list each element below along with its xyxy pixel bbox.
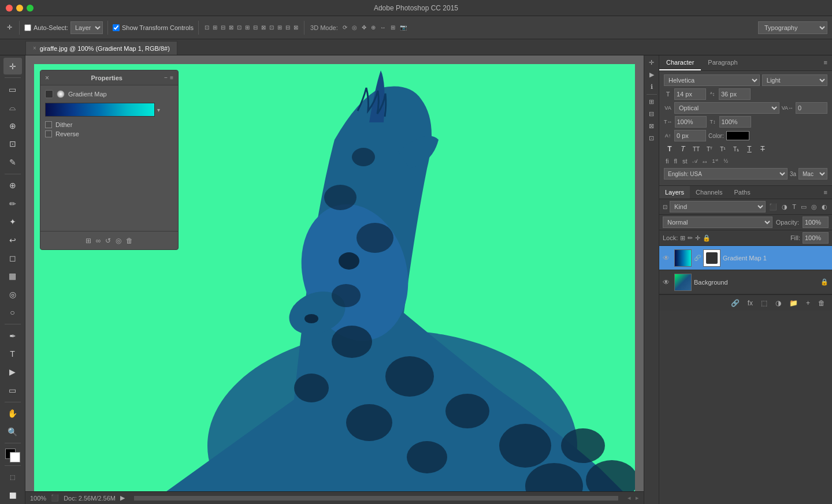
reverse-row[interactable]: Reverse bbox=[45, 130, 173, 137]
align-top-icon[interactable]: ⊠ bbox=[228, 23, 235, 32]
font-style-select[interactable]: Light bbox=[762, 74, 827, 86]
align-center-icon[interactable]: ⊞ bbox=[211, 23, 218, 32]
bold-btn[interactable]: T bbox=[664, 144, 675, 154]
smallcap-aa-btn[interactable]: ₐₐ bbox=[701, 156, 709, 166]
scroll-left-icon[interactable]: ◂ bbox=[627, 494, 631, 502]
footer-eye-icon[interactable]: ◎ bbox=[116, 237, 121, 245]
ordinal-btn[interactable]: 1ˢᵗ bbox=[711, 156, 720, 166]
footer-add-icon[interactable]: ⊞ bbox=[86, 237, 91, 245]
tab-paragraph[interactable]: Paragraph bbox=[701, 55, 744, 70]
distribute-bottom-icon[interactable]: ⊠ bbox=[292, 23, 299, 32]
align-middle-icon[interactable]: ⊡ bbox=[236, 23, 243, 32]
align-bottom-icon[interactable]: ⊞ bbox=[244, 23, 251, 32]
healing-brush-tool[interactable]: ⊕ bbox=[3, 177, 22, 193]
delete-layer-btn[interactable]: 🗑 bbox=[816, 298, 827, 308]
tab-channels[interactable]: Channels bbox=[690, 186, 728, 199]
3d-scale-icon[interactable]: ⊞ bbox=[389, 23, 396, 32]
underline-btn[interactable]: T bbox=[744, 144, 755, 154]
tab-paths[interactable]: Paths bbox=[729, 186, 756, 199]
layer-link-icon[interactable]: 🔗 bbox=[694, 255, 701, 261]
platform-select[interactable]: Mac bbox=[798, 168, 827, 180]
gradient-tool[interactable]: ▦ bbox=[3, 268, 22, 285]
panel-menu-icon[interactable]: ≡ bbox=[819, 55, 832, 70]
layer-mask-btn[interactable]: ⬚ bbox=[759, 298, 770, 308]
lp-menu-icon[interactable]: ≡ bbox=[819, 186, 832, 199]
footer-delete-icon[interactable]: 🗑 bbox=[126, 237, 133, 245]
rs-move-icon[interactable]: ✛ bbox=[648, 58, 655, 68]
gradient-arrow-icon[interactable]: ▾ bbox=[157, 107, 160, 113]
lasso-tool[interactable]: ⌓ bbox=[3, 99, 22, 116]
blur-tool[interactable]: ◎ bbox=[3, 286, 22, 303]
tab-close-icon[interactable]: × bbox=[33, 45, 36, 51]
italic-btn[interactable]: T bbox=[677, 144, 689, 154]
new-fill-layer-btn[interactable]: ◑ bbox=[773, 298, 783, 308]
blend-mode-select[interactable]: Normal bbox=[663, 216, 772, 228]
rs-adjust-icon[interactable]: ⊠ bbox=[648, 121, 655, 131]
layer-visibility-gradient[interactable]: 👁 bbox=[663, 254, 672, 262]
layer-background[interactable]: 👁 Background 🔒 bbox=[659, 270, 832, 294]
link-layers-btn[interactable]: 🔗 bbox=[729, 298, 742, 308]
rs-layers-icon[interactable]: ⊟ bbox=[648, 109, 655, 119]
lock-position-icon[interactable]: ✛ bbox=[695, 234, 700, 242]
export-icon[interactable]: ⬛ bbox=[51, 494, 59, 502]
tab-character[interactable]: Character bbox=[659, 55, 701, 70]
auto-select-checkbox[interactable] bbox=[24, 24, 31, 31]
filter-type-icon[interactable]: T bbox=[791, 202, 797, 211]
screen-mode-tool[interactable]: ⬜ bbox=[3, 487, 22, 504]
hand-tool[interactable]: ✋ bbox=[3, 405, 22, 422]
rs-grid-icon[interactable]: ⊞ bbox=[648, 97, 655, 107]
3d-camera-icon[interactable]: 📷 bbox=[399, 23, 408, 32]
rs-info-icon[interactable]: ℹ bbox=[649, 82, 654, 92]
opacity-input[interactable] bbox=[803, 216, 829, 228]
oldstyle-btn[interactable]: st bbox=[681, 156, 689, 166]
clone-stamp-tool[interactable]: ✦ bbox=[3, 213, 22, 230]
eraser-tool[interactable]: ◻ bbox=[3, 249, 22, 266]
move-tool[interactable]: ✛ bbox=[3, 58, 22, 74]
font-family-select[interactable]: Helvetica bbox=[664, 74, 760, 86]
rs-misc-icon[interactable]: ⊡ bbox=[648, 133, 655, 143]
zoom-tool[interactable]: 🔍 bbox=[3, 423, 22, 440]
marquee-tool[interactable]: ▭ bbox=[3, 81, 22, 98]
footer-link-icon[interactable]: ∞ bbox=[96, 237, 101, 245]
subscript-btn[interactable]: T₁ bbox=[730, 144, 742, 154]
fraction-btn[interactable]: ½ bbox=[722, 156, 730, 166]
crop-tool[interactable]: ⊡ bbox=[3, 136, 22, 152]
type-tool[interactable]: T bbox=[3, 345, 22, 362]
properties-expand-btn[interactable]: ≡ bbox=[170, 74, 173, 81]
dither-checkbox[interactable] bbox=[45, 121, 52, 128]
ligature-fl-btn[interactable]: fl bbox=[673, 156, 679, 166]
new-group-btn[interactable]: 📁 bbox=[787, 298, 800, 308]
fill-input[interactable] bbox=[803, 232, 829, 244]
filter-smart-icon[interactable]: ◎ bbox=[810, 202, 818, 212]
path-select-tool[interactable]: ▶ bbox=[3, 364, 22, 380]
all-caps-btn[interactable]: TT bbox=[690, 144, 702, 154]
distribute-right-icon[interactable]: ⊡ bbox=[268, 23, 275, 32]
gradient-bar[interactable] bbox=[45, 103, 155, 117]
pen-tool[interactable]: ✒ bbox=[3, 327, 22, 344]
color-swatch-btn[interactable] bbox=[726, 131, 749, 140]
show-transform-checkbox[interactable] bbox=[113, 24, 120, 31]
layer-visibility-bg[interactable]: 👁 bbox=[663, 278, 672, 286]
tab-layers[interactable]: Layers bbox=[659, 186, 690, 199]
background-color[interactable] bbox=[10, 452, 20, 462]
quick-mask-tool[interactable]: ⬚ bbox=[3, 469, 22, 486]
language-select[interactable]: English: USA bbox=[664, 168, 788, 180]
dither-row[interactable]: Dither bbox=[45, 121, 173, 128]
3d-orbit-icon[interactable]: ◎ bbox=[351, 23, 358, 32]
filter-pixel-icon[interactable]: ⬛ bbox=[768, 202, 778, 212]
v-scale-input[interactable] bbox=[719, 116, 751, 128]
titling-btn[interactable]: 𝒜 bbox=[691, 156, 699, 166]
maximize-button[interactable] bbox=[27, 5, 34, 12]
filter-shape-icon[interactable]: ▭ bbox=[800, 202, 808, 212]
brush-tool[interactable]: ✏ bbox=[3, 195, 22, 212]
kerning-select[interactable]: Optical bbox=[674, 102, 779, 114]
doc-info-arrow[interactable]: ▶ bbox=[120, 494, 125, 502]
filter-adjust-icon[interactable]: ◑ bbox=[781, 202, 789, 212]
rs-play-icon[interactable]: ▶ bbox=[648, 70, 655, 80]
color-swatch[interactable] bbox=[5, 449, 20, 462]
tracking-input[interactable] bbox=[796, 102, 827, 114]
small-caps-btn[interactable]: Tᵀ bbox=[704, 144, 715, 154]
new-layer-btn[interactable]: + bbox=[804, 298, 812, 308]
distribute-top-icon[interactable]: ⊞ bbox=[276, 23, 283, 32]
dodge-tool[interactable]: ○ bbox=[3, 304, 22, 321]
